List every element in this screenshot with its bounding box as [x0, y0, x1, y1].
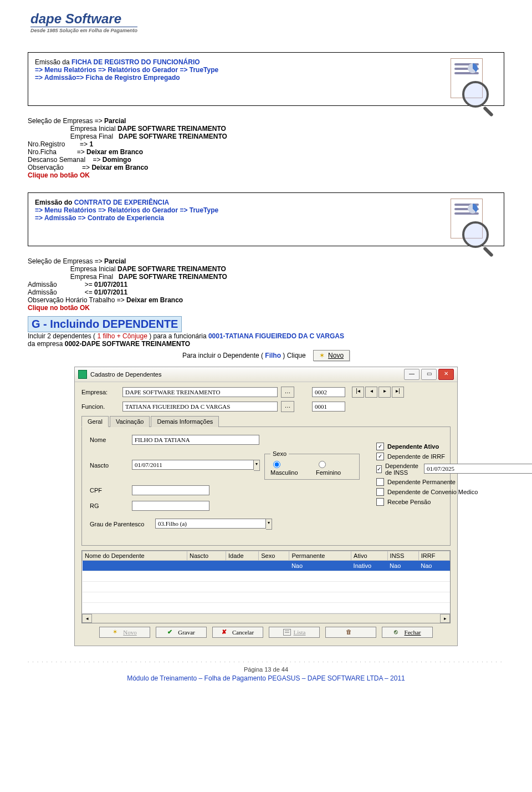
nome-input[interactable] — [132, 435, 259, 445]
text: Seleção de Empresas => — [28, 117, 104, 125]
checkbox-row[interactable]: Dependente de Convenio Medico — [376, 488, 532, 496]
report-icon — [436, 199, 497, 240]
text: Observação => — [28, 164, 91, 171]
logo-sub: Desde 1985 Solução em Folha de Pagamento — [30, 27, 137, 33]
label-empresa: Empresa: — [81, 389, 119, 395]
grau-input[interactable] — [155, 519, 266, 529]
empresa-code-input[interactable] — [312, 387, 345, 397]
radio-masculino[interactable]: Masculino — [270, 459, 308, 476]
radio-feminino[interactable]: Feminino — [316, 459, 354, 476]
text: DAPE SOFTWARE TREINAMENTO — [117, 265, 226, 273]
text: 1 — [89, 140, 93, 148]
nav-prev-button[interactable]: ◂ — [365, 387, 377, 398]
date-dropdown-button[interactable]: ▾ — [254, 460, 260, 471]
nascto-input[interactable] — [132, 460, 254, 470]
tab-geral[interactable]: Geral — [81, 416, 109, 427]
text: FICHA DE REGISTRO DO FUNCIONÁRIO — [71, 58, 200, 66]
minimize-button[interactable]: — — [404, 369, 420, 380]
table-header[interactable]: Nome do Dependente — [83, 551, 187, 561]
table-cell: Nao — [289, 561, 351, 571]
label-cpf: CPF — [90, 487, 127, 494]
toolbar-fechar-button[interactable]: ⎋Fechar — [382, 627, 433, 638]
text: Domingo — [103, 156, 131, 164]
novo-button-inline[interactable]: ✶ Novo — [313, 350, 350, 361]
text: Deixar em Branco — [91, 164, 148, 171]
funcion-lookup-button[interactable]: … — [281, 401, 294, 412]
table-cell: Inativo — [351, 561, 387, 571]
checkbox-row[interactable]: Dependente de IRRF — [376, 453, 532, 460]
sexo-fieldset: Sexo Masculino Feminino — [264, 450, 360, 480]
text: ) para a funcionária — [149, 332, 208, 340]
checkbox-row[interactable]: Recebe Pensão — [376, 498, 532, 506]
checkbox[interactable] — [376, 478, 384, 486]
rg-input[interactable] — [132, 501, 209, 511]
checkbox[interactable] — [376, 488, 384, 496]
text: Seleção de Empresas => — [28, 257, 104, 265]
table-header[interactable]: Sexo — [259, 551, 289, 561]
tab-demais[interactable]: Demais Informações — [151, 416, 219, 427]
text: 01/07/2011 — [94, 281, 127, 288]
nav-last-button[interactable]: ▸| — [392, 387, 404, 398]
funcion-input[interactable] — [122, 402, 278, 412]
checkbox-label: Recebe Pensão — [387, 499, 431, 505]
checkbox-label: Dependente de Convenio Medico — [387, 489, 478, 495]
checkbox-row[interactable]: Dependente Permanente — [376, 478, 532, 486]
cpf-input[interactable] — [132, 485, 209, 495]
checkbox-label: Dependente de IRRF — [387, 453, 445, 460]
text: DAPE SOFTWARE TREINAMENTO — [119, 273, 227, 281]
label-nascto: Nascto — [90, 462, 127, 469]
nav-next-button[interactable]: ▸ — [378, 387, 391, 398]
maximize-button[interactable]: ▭ — [421, 369, 437, 380]
toolbar-excluir-button[interactable]: 🗑 — [325, 627, 376, 638]
star-icon: ✶ — [319, 352, 325, 359]
toolbar-gravar-button[interactable]: ✔Gravar — [156, 627, 207, 638]
text: Parcial — [104, 117, 126, 125]
table-row[interactable] — [83, 592, 450, 603]
checkbox-row[interactable]: Dependente Ativo — [376, 443, 532, 450]
text: Clique no botão OK — [28, 171, 504, 179]
text: => Menu Relatórios => Relatórios do Gera… — [35, 66, 436, 74]
radio-feminino-input[interactable] — [319, 461, 326, 468]
checkbox[interactable] — [376, 465, 382, 473]
empresa-lookup-button[interactable]: … — [281, 387, 294, 398]
toolbar-lista-button[interactable]: Lista — [269, 627, 320, 638]
inss-ate-input[interactable] — [424, 464, 532, 474]
tab-vacinacao[interactable]: Vacinação — [110, 416, 150, 427]
text: Nro.Registro => — [28, 140, 89, 148]
text: Nro.Ficha => — [28, 148, 86, 156]
nav-first-button[interactable]: |◂ — [352, 387, 364, 398]
toolbar-cancelar-button[interactable]: ✘Cancelar — [212, 627, 263, 638]
toolbar-novo-button[interactable]: ✶Novo — [99, 627, 150, 638]
titlebar: Cadastro de Dependentes — ▭ ✕ — [75, 367, 457, 382]
table-header[interactable]: Permanente — [289, 551, 351, 561]
table-header[interactable]: Ativo — [351, 551, 387, 561]
table-row[interactable] — [83, 571, 450, 582]
close-button[interactable]: ✕ — [438, 369, 454, 380]
text: Parcial — [104, 257, 126, 265]
label-nome: Nome — [90, 436, 127, 443]
funcion-code-input[interactable] — [312, 402, 345, 412]
checkbox[interactable] — [376, 453, 384, 460]
checkbox[interactable] — [376, 498, 384, 506]
trash-icon: 🗑 — [346, 628, 354, 636]
radio-masculino-input[interactable] — [273, 461, 280, 468]
table-header[interactable]: Idade — [226, 551, 259, 561]
table-row[interactable] — [83, 603, 450, 613]
empresa-input[interactable] — [122, 387, 278, 397]
table-header[interactable]: IRRF — [418, 551, 449, 561]
checkbox[interactable] — [376, 443, 384, 450]
table-header[interactable]: Nascto — [187, 551, 226, 561]
text: Deixar em Branco — [126, 296, 183, 304]
table-row[interactable] — [83, 582, 450, 592]
table-header[interactable]: INSS — [387, 551, 418, 561]
table-row-selected[interactable]: NaoInativoNaoNao — [83, 561, 450, 571]
grau-dropdown-button[interactable]: ▾ — [266, 519, 272, 530]
checkbox-row[interactable]: Dependente de INSS▾ — [376, 463, 532, 476]
text: Para incluir o Dependente ( — [182, 352, 265, 359]
horizontal-scrollbar[interactable]: ◂▸ — [82, 613, 450, 623]
text: Empresa Inicial — [28, 265, 117, 273]
star-icon: ✶ — [112, 628, 120, 636]
text: Emissão do — [35, 199, 74, 206]
text: Deixar em Branco — [86, 148, 143, 156]
sexo-legend: Sexo — [270, 450, 289, 457]
